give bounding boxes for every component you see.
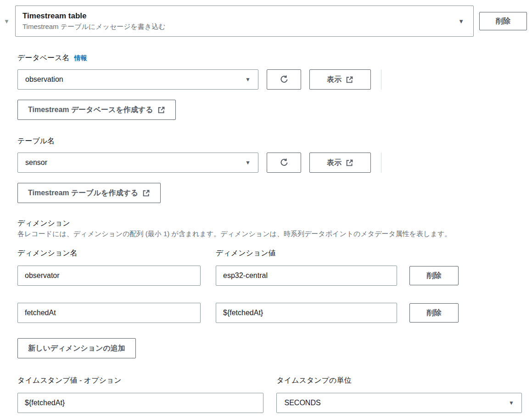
refresh-icon	[279, 158, 289, 168]
table-selected-value: sensor	[25, 159, 241, 167]
table-label-row: テーブル名	[17, 136, 522, 146]
chevron-down-icon: ▼	[458, 18, 464, 25]
create-table-row: Timestream テーブルを作成する	[17, 183, 522, 203]
dimension-value-input[interactable]	[216, 303, 397, 323]
external-link-icon	[346, 159, 353, 167]
timestamp-value-column: タイムスタンプ値 - オプション	[17, 376, 263, 413]
action-header[interactable]: Timestream table Timestream テーブルにメッセージを書…	[15, 6, 474, 37]
database-selected-value: observation	[25, 75, 241, 84]
delete-action-button[interactable]: 削除	[479, 12, 527, 30]
dimension-name-input[interactable]	[17, 266, 201, 286]
table-refresh-button[interactable]	[267, 153, 301, 173]
database-refresh-button[interactable]	[267, 69, 301, 90]
database-label: データベース名	[17, 54, 70, 62]
timestamp-unit-value: SECONDS	[284, 399, 504, 407]
add-dimension-button[interactable]: 新しいディメンションの追加	[17, 338, 136, 358]
dimensions-title: ディメンション	[17, 219, 522, 228]
dimension-row: 削除	[17, 266, 522, 286]
dimensions-description: 各レコードには、ディメンションの配列 (最小 1) が含まれます。ディメンション…	[17, 230, 522, 238]
timestamp-unit-label: タイムスタンプの単位	[276, 376, 522, 385]
database-label-row: データベース名情報	[17, 53, 522, 63]
dimension-name-header: ディメンション名	[17, 249, 216, 258]
dropdown-caret-icon: ▼	[245, 159, 251, 166]
dimension-row: 削除	[17, 303, 522, 323]
collapse-caret-icon[interactable]: ▼	[4, 6, 15, 25]
action-header-row: ▼ Timestream table Timestream テーブルにメッセージ…	[4, 6, 527, 37]
database-view-label: 表示	[327, 75, 342, 85]
action-title: Timestream table	[22, 11, 458, 21]
create-table-button[interactable]: Timestream テーブルを作成する	[17, 183, 161, 203]
action-subtitle: Timestream テーブルにメッセージを書き込む	[22, 22, 458, 31]
timestamp-unit-select[interactable]: SECONDS ▼	[276, 393, 522, 413]
external-link-icon	[142, 189, 150, 197]
timestamp-unit-column: タイムスタンプの単位 SECONDS ▼	[276, 376, 522, 413]
table-select[interactable]: sensor ▼	[17, 153, 258, 173]
dimension-column-headers: ディメンション名 ディメンション値	[17, 249, 522, 258]
table-label: テーブル名	[17, 137, 55, 145]
database-view-button[interactable]: 表示	[309, 69, 371, 90]
table-view-label: 表示	[327, 158, 342, 168]
dropdown-caret-icon: ▼	[245, 76, 251, 83]
dimension-name-input[interactable]	[17, 303, 201, 323]
create-database-button[interactable]: Timestream データベースを作成する	[17, 100, 176, 120]
dropdown-caret-icon: ▼	[509, 400, 514, 406]
vertical-divider	[381, 69, 381, 90]
table-view-button[interactable]: 表示	[309, 153, 371, 173]
timestream-action-panel: ▼ Timestream table Timestream テーブルにメッセージ…	[0, 0, 532, 413]
refresh-icon	[279, 74, 289, 85]
dimension-value-input[interactable]	[216, 266, 397, 286]
create-table-label: Timestream テーブルを作成する	[28, 188, 138, 198]
timestamp-row: タイムスタンプ値 - オプション タイムスタンプの単位 SECONDS ▼	[17, 376, 522, 413]
vertical-divider	[381, 153, 381, 173]
add-dimension-row: 新しいディメンションの追加	[17, 338, 522, 358]
delete-dimension-button[interactable]: 削除	[409, 303, 459, 323]
dimension-value-header: ディメンション値	[216, 249, 276, 258]
timestamp-value-label: タイムスタンプ値 - オプション	[17, 376, 263, 385]
external-link-icon	[346, 76, 353, 84]
database-select-row: observation ▼ 表示	[17, 69, 522, 90]
database-select[interactable]: observation ▼	[17, 69, 258, 90]
create-database-label: Timestream データベースを作成する	[28, 105, 153, 115]
external-link-icon	[157, 106, 165, 114]
create-database-row: Timestream データベースを作成する	[17, 100, 522, 120]
action-form: データベース名情報 observation ▼ 表示	[17, 53, 522, 413]
delete-dimension-button[interactable]: 削除	[409, 266, 459, 285]
database-info-link[interactable]: 情報	[74, 54, 87, 62]
table-select-row: sensor ▼ 表示	[17, 153, 522, 173]
action-header-texts: Timestream table Timestream テーブルにメッセージを書…	[22, 11, 458, 31]
timestamp-value-input[interactable]	[17, 393, 263, 413]
